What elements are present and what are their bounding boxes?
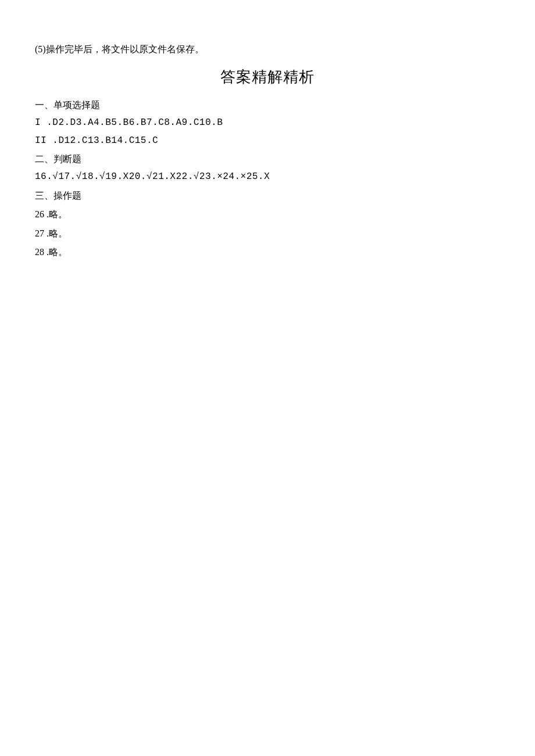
section-2-header: 二、判断题	[35, 151, 500, 168]
section-3-header: 三、操作题	[35, 187, 500, 205]
section-3-item-26: 26 .略。	[35, 206, 500, 223]
section-1-answers-line-2: II .D12.C13.B14.C15.C	[35, 132, 500, 149]
section-3-item-27: 27 .略。	[35, 225, 500, 242]
section-1-answers-line-1: I .D2.D3.A4.B5.B6.B7.C8.A9.C10.B	[35, 114, 500, 131]
section-2-answers-line-1: 16.√17.√18.√19.X20.√21.X22.√23.×24.×25.X	[35, 168, 500, 185]
section-1-header: 一、单项选择题	[35, 96, 500, 114]
page-title: 答案精解精析	[35, 63, 500, 91]
section-3-item-28: 28 .略。	[35, 243, 500, 261]
instruction-line: (5)操作完毕后，将文件以原文件名保存。	[35, 41, 500, 58]
